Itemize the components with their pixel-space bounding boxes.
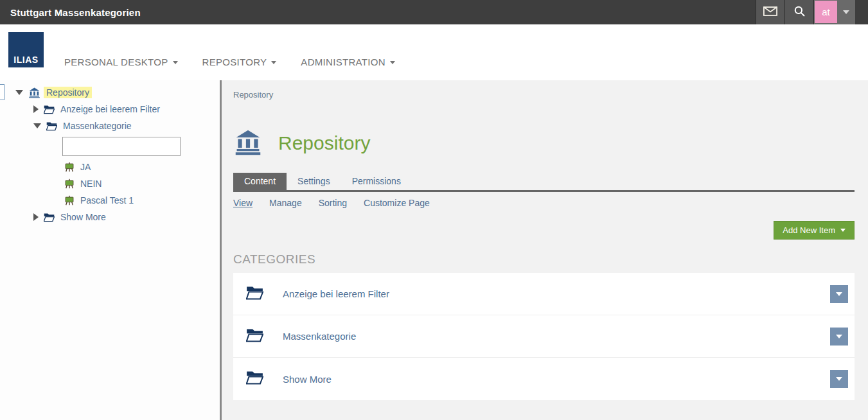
ilias-logo-text: ILIAS bbox=[13, 55, 38, 65]
tree-item-massenkategorie: Massenkategorie bbox=[0, 118, 220, 134]
categories-section-title: CATEGORIES bbox=[233, 252, 855, 267]
title-row: Repository bbox=[233, 128, 855, 159]
topbar: Stuttgart Massenkategorien at bbox=[0, 0, 868, 24]
folder-icon bbox=[44, 213, 55, 222]
chevron-down-icon bbox=[840, 229, 846, 232]
main-navigation: PERSONAL DESKTOP REPOSITORY ADMINISTRATI… bbox=[64, 57, 395, 67]
avatar: at bbox=[815, 1, 837, 23]
folder-icon bbox=[246, 370, 263, 388]
subtab-bar: View Manage Sorting Customize Page bbox=[233, 198, 855, 208]
expand-arrow-icon[interactable] bbox=[33, 123, 41, 128]
tree-filter-input[interactable] bbox=[62, 137, 181, 156]
collapse-arrow-icon[interactable] bbox=[33, 105, 39, 113]
tree-filter-row bbox=[0, 134, 220, 159]
list-item-anzeige-link[interactable]: Anzeige bei leerem Filter bbox=[283, 288, 830, 299]
topbar-controls: at bbox=[756, 0, 855, 24]
tab-content[interactable]: Content bbox=[233, 173, 287, 190]
tree-item-anzeige: Anzeige bei leerem Filter bbox=[0, 101, 220, 118]
search-button[interactable] bbox=[784, 0, 813, 24]
expand-arrow-icon[interactable] bbox=[15, 90, 23, 95]
tree-item-show-more-label[interactable]: Show More bbox=[58, 211, 109, 223]
item-actions-dropdown-button[interactable] bbox=[830, 328, 848, 346]
nav-administration[interactable]: ADMINISTRATION bbox=[301, 57, 394, 67]
categories-list: Anzeige bei leerem Filter Massenkategori… bbox=[233, 273, 855, 400]
folder-icon bbox=[246, 328, 263, 346]
user-menu-caret-icon bbox=[843, 10, 849, 14]
breadcrumb: Repository bbox=[233, 90, 855, 100]
tab-permissions[interactable]: Permissions bbox=[341, 173, 412, 190]
collapse-arrow-icon[interactable] bbox=[33, 213, 39, 221]
chevron-down-icon bbox=[173, 61, 178, 64]
course-icon bbox=[64, 195, 75, 206]
list-item-show-more: Show More bbox=[233, 358, 855, 400]
tree-item-pascal-test-1-label[interactable]: Pascal Test 1 bbox=[78, 195, 136, 206]
subtab-manage[interactable]: Manage bbox=[269, 198, 302, 208]
tree-item-nein: NEIN bbox=[0, 175, 220, 192]
list-item-anzeige: Anzeige bei leerem Filter bbox=[233, 273, 855, 315]
add-new-item-button[interactable]: Add New Item bbox=[774, 221, 855, 240]
tree-item-show-more: Show More bbox=[0, 209, 220, 225]
tree-collapse-handle[interactable] bbox=[0, 84, 4, 100]
header: ILIAS PERSONAL DESKTOP REPOSITORY ADMINI… bbox=[0, 24, 868, 80]
tree-item-pascal-test-1: Pascal Test 1 bbox=[0, 192, 220, 209]
bank-icon bbox=[28, 87, 40, 99]
tree-item-anzeige-label[interactable]: Anzeige bei leerem Filter bbox=[58, 103, 163, 115]
chevron-down-icon bbox=[836, 292, 842, 296]
chevron-down-icon bbox=[390, 61, 395, 64]
subtab-sorting[interactable]: Sorting bbox=[319, 198, 347, 208]
folder-icon bbox=[44, 105, 55, 114]
subtab-view[interactable]: View bbox=[233, 198, 252, 208]
mail-icon bbox=[763, 6, 777, 19]
chevron-down-icon bbox=[836, 377, 842, 381]
folder-icon bbox=[46, 121, 57, 131]
tree-item-repository-label[interactable]: Repository bbox=[44, 87, 92, 98]
tab-bar: Content Settings Permissions bbox=[233, 173, 855, 192]
folder-icon bbox=[246, 285, 263, 303]
add-new-item-label: Add New Item bbox=[783, 225, 835, 235]
list-item-show-more-link[interactable]: Show More bbox=[283, 374, 830, 385]
item-actions-dropdown-button[interactable] bbox=[830, 285, 848, 303]
search-icon bbox=[793, 5, 806, 20]
nav-repository-label: REPOSITORY bbox=[202, 57, 267, 67]
page-title: Repository bbox=[278, 132, 370, 154]
mail-button[interactable] bbox=[756, 0, 784, 24]
main-content: Repository Repository Content Settings P… bbox=[222, 80, 868, 420]
tree-item-ja-label[interactable]: JA bbox=[78, 161, 93, 173]
user-menu-button[interactable]: at bbox=[813, 0, 855, 24]
nav-personal-desktop-label: PERSONAL DESKTOP bbox=[64, 57, 168, 67]
ilias-logo[interactable]: ILIAS bbox=[8, 32, 44, 67]
tree-item-massenkategorie-label[interactable]: Massenkategorie bbox=[60, 120, 134, 132]
bank-icon bbox=[233, 128, 263, 159]
tab-settings[interactable]: Settings bbox=[287, 173, 341, 190]
nav-administration-label: ADMINISTRATION bbox=[301, 57, 385, 67]
breadcrumb-repository-link[interactable]: Repository bbox=[233, 90, 273, 100]
chevron-down-icon bbox=[836, 335, 842, 338]
course-icon bbox=[64, 162, 75, 172]
page-body: Repository Anzeige bei leerem Filter Mas… bbox=[0, 80, 868, 420]
item-actions-dropdown-button[interactable] bbox=[830, 370, 848, 388]
course-icon bbox=[64, 179, 75, 189]
tree-item-repository: Repository bbox=[0, 84, 220, 101]
tree-sidebar: Repository Anzeige bei leerem Filter Mas… bbox=[0, 80, 222, 420]
window-title: Stuttgart Massenkategorien bbox=[10, 7, 141, 18]
nav-personal-desktop[interactable]: PERSONAL DESKTOP bbox=[64, 57, 178, 67]
list-item-massenkategorie-link[interactable]: Massenkategorie bbox=[283, 331, 830, 342]
tree-item-ja: JA bbox=[0, 159, 220, 175]
list-item-massenkategorie: Massenkategorie bbox=[233, 315, 855, 358]
subtab-customize-page[interactable]: Customize Page bbox=[364, 198, 430, 208]
chevron-down-icon bbox=[271, 61, 276, 64]
nav-repository[interactable]: REPOSITORY bbox=[202, 57, 277, 67]
tree-item-nein-label[interactable]: NEIN bbox=[78, 178, 104, 189]
action-button-row: Add New Item bbox=[233, 221, 855, 240]
